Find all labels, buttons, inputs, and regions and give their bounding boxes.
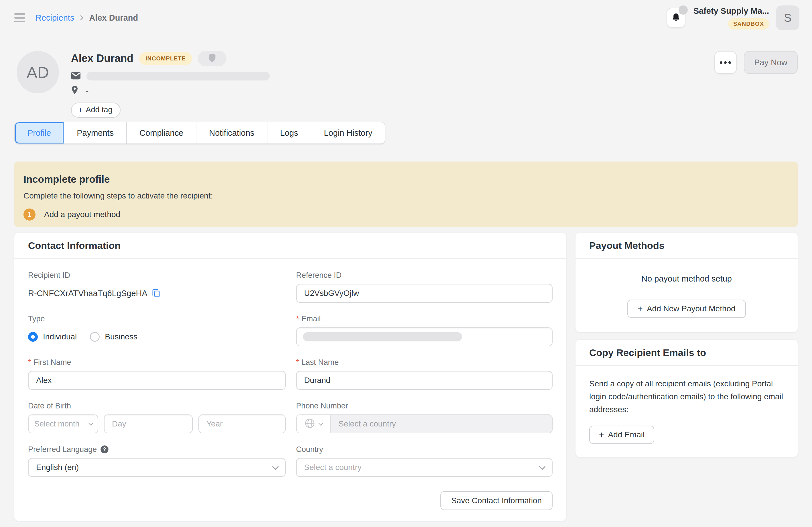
type-individual-radio[interactable]: Individual xyxy=(28,332,77,342)
phone-number-input[interactable] xyxy=(331,415,552,433)
reference-id-field: Reference ID xyxy=(296,271,553,303)
breadcrumb-current: Alex Durand xyxy=(89,13,138,23)
country-field: Country Select a country xyxy=(296,445,553,477)
svg-text:?: ? xyxy=(103,446,106,452)
phone-number-field: Phone Number xyxy=(296,401,553,433)
dob-month-select[interactable]: Select month xyxy=(28,414,98,433)
date-of-birth-field: Date of Birth Select month xyxy=(28,401,286,433)
copy-recipient-emails-card: Copy Recipient Emails to Send a copy of … xyxy=(576,340,798,457)
bell-icon xyxy=(671,12,681,24)
location-pin-icon xyxy=(71,85,78,97)
copy-emails-title: Copy Recipient Emails to xyxy=(589,347,706,358)
step-number-badge: 1 xyxy=(24,209,35,220)
chevron-right-icon xyxy=(78,14,85,21)
chevron-down-icon xyxy=(88,421,93,426)
recipient-avatar: AD xyxy=(17,51,59,94)
topbar-right: Safety Supply Ma... SANDBOX S xyxy=(667,5,799,30)
dob-day-input[interactable] xyxy=(104,414,193,433)
first-name-input[interactable] xyxy=(28,371,286,390)
right-column: Payout Methods No payout method setup + … xyxy=(576,232,798,457)
last-name-input[interactable] xyxy=(296,371,553,390)
country-select[interactable]: Select a country xyxy=(296,458,553,477)
main-content: Contact Information Recipient ID R-CNFCX… xyxy=(14,232,798,521)
tab-payments[interactable]: Payments xyxy=(63,122,126,143)
user-avatar[interactable]: S xyxy=(776,5,799,30)
help-question-icon[interactable]: ? xyxy=(100,445,109,454)
chevron-down-icon xyxy=(539,464,546,470)
copy-emails-description: Send a copy of all recipient emails (exc… xyxy=(589,377,784,416)
sandbox-badge: SANDBOX xyxy=(728,18,769,29)
redacted-email-value xyxy=(86,72,270,81)
breadcrumb-recipients-link[interactable]: Recipients xyxy=(35,13,74,23)
profile-header: AD Alex Durand INCOMPLETE xyxy=(17,51,798,118)
plus-icon: + xyxy=(638,304,643,313)
recipient-id-value: R-CNFCXrATVhaaTq6LgSgeHA xyxy=(28,289,147,298)
globe-icon xyxy=(305,418,315,430)
shield-icon xyxy=(208,53,216,63)
notifications-bell-button[interactable] xyxy=(667,8,685,28)
profile-tabs: Profile Payments Compliance Notification… xyxy=(14,122,386,144)
last-name-field: *Last Name xyxy=(296,358,553,390)
first-name-field: *First Name xyxy=(28,358,286,390)
dob-year-input[interactable] xyxy=(199,414,286,433)
more-options-icon xyxy=(720,61,722,64)
tab-notifications[interactable]: Notifications xyxy=(196,122,267,143)
plus-icon: + xyxy=(599,430,604,439)
copy-recipient-id-button[interactable] xyxy=(152,288,160,298)
preferred-language-field: Preferred Language ? English (en) xyxy=(28,445,286,477)
add-tag-button[interactable]: + Add tag xyxy=(71,102,120,118)
trust-shield-pill xyxy=(198,51,227,66)
banner-title: Incomplete profile xyxy=(24,174,788,185)
recipient-name: Alex Durand xyxy=(71,53,133,65)
radio-unselected-icon xyxy=(90,332,100,342)
payout-methods-title: Payout Methods xyxy=(589,240,665,251)
tab-logs[interactable]: Logs xyxy=(267,122,311,143)
banner-subtitle: Complete the following steps to activate… xyxy=(24,191,788,200)
notification-dot xyxy=(679,5,688,15)
step-label: Add a payout method xyxy=(44,210,120,219)
tab-login-history[interactable]: Login History xyxy=(311,122,385,143)
language-select[interactable]: English (en) xyxy=(28,458,286,477)
save-contact-information-button[interactable]: Save Contact Information xyxy=(440,491,553,510)
breadcrumb: Recipients Alex Durand xyxy=(35,13,138,23)
tab-profile[interactable]: Profile xyxy=(15,122,63,143)
email-icon xyxy=(71,72,81,81)
reference-id-input[interactable] xyxy=(296,284,553,303)
banner-step: 1 Add a payout method xyxy=(24,209,788,220)
radio-selected-icon xyxy=(28,332,38,342)
email-field: *Email xyxy=(296,314,553,346)
payout-methods-card: Payout Methods No payout method setup + … xyxy=(576,232,798,332)
phone-country-code-select[interactable] xyxy=(296,415,331,433)
contact-card-title: Contact Information xyxy=(28,240,120,251)
hamburger-menu-icon[interactable] xyxy=(14,12,27,24)
copy-icon xyxy=(152,288,160,298)
pay-now-button[interactable]: Pay Now xyxy=(744,51,798,74)
chevron-down-icon xyxy=(318,421,323,426)
org-switcher[interactable]: Safety Supply Ma... SANDBOX xyxy=(694,6,769,29)
status-badge: INCOMPLETE xyxy=(139,52,192,65)
plus-icon: + xyxy=(78,106,83,114)
contact-information-card: Contact Information Recipient ID R-CNFCX… xyxy=(14,232,566,521)
recipient-summary: Alex Durand INCOMPLETE - xyxy=(71,51,270,118)
add-email-button[interactable]: + Add Email xyxy=(589,426,654,444)
more-options-button[interactable] xyxy=(714,51,737,74)
type-field: Type Individual Business xyxy=(28,314,286,346)
tab-compliance[interactable]: Compliance xyxy=(126,122,196,143)
recipient-profile-page: Recipients Alex Durand Safety Supply Ma.… xyxy=(0,0,812,527)
payout-empty-text: No payout method setup xyxy=(641,274,732,284)
top-bar: Recipients Alex Durand Safety Supply Ma.… xyxy=(14,0,799,35)
redacted-email-input-value xyxy=(303,332,462,341)
header-actions: Pay Now xyxy=(714,51,798,74)
location-value: - xyxy=(86,86,88,96)
org-name: Safety Supply Ma... xyxy=(694,6,769,16)
add-new-payout-method-button[interactable]: + Add New Payout Method xyxy=(627,300,745,318)
recipient-id-field: Recipient ID R-CNFCXrATVhaaTq6LgSgeHA xyxy=(28,271,286,303)
incomplete-profile-banner: Incomplete profile Complete the followin… xyxy=(14,161,798,227)
type-business-radio[interactable]: Business xyxy=(90,332,137,342)
required-marker: * xyxy=(296,314,299,323)
chevron-down-icon xyxy=(272,464,279,470)
